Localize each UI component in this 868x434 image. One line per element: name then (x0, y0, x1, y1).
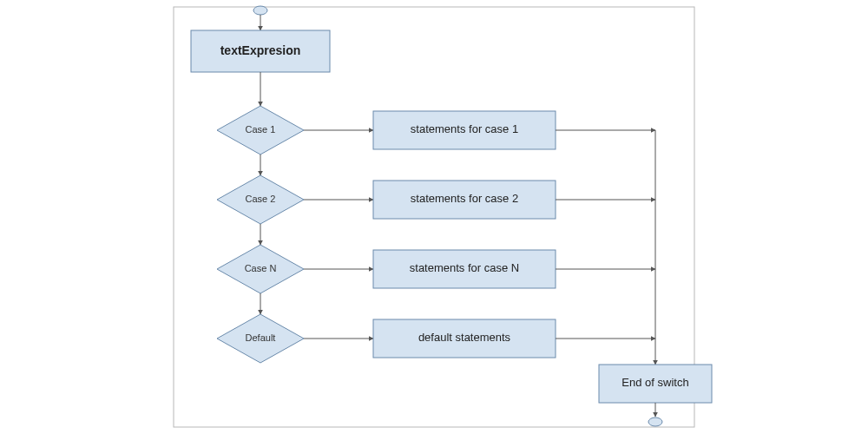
decision-default-label: Default (246, 332, 276, 343)
decision-case-1-label: Case 1 (246, 124, 276, 135)
stmt-case-2-label: statements for case 2 (411, 192, 518, 205)
decision-case-n-label: Case N (245, 263, 277, 273)
end-label: End of switch (621, 376, 688, 389)
entry-label: textExpresion (220, 43, 301, 57)
switch-flowchart: textExpresion Case 1 statements for case… (0, 0, 868, 434)
stmt-default-label: default statements (418, 331, 511, 344)
stmt-case-1-label: statements for case 1 (411, 122, 518, 135)
stmt-case-n-label: statements for case N (410, 261, 519, 274)
start-terminal (253, 6, 267, 15)
end-terminal (648, 418, 662, 426)
decision-case-2-label: Case 2 (246, 194, 276, 204)
